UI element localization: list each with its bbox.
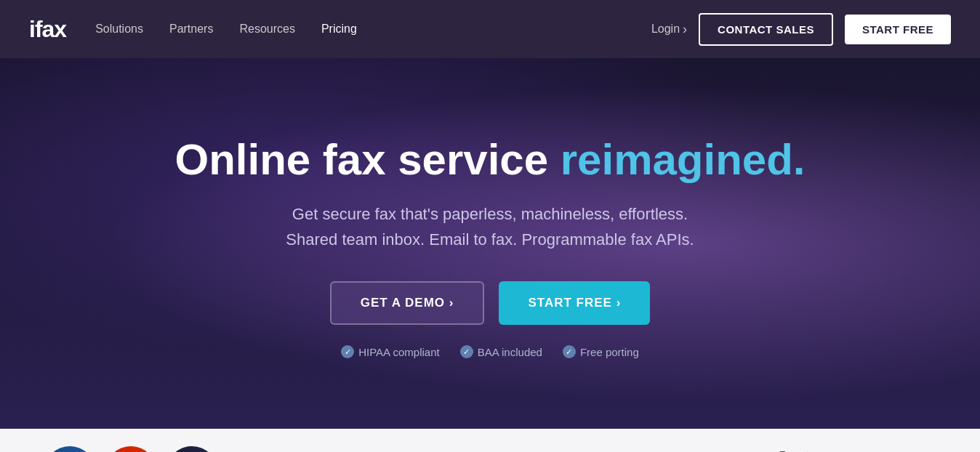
trustpilot-badge: Rated Excellent ★★★★★ ✦ Trustpilot (166, 446, 218, 452)
hero-subtitle-line2: Shared team inbox. Email to fax. Program… (286, 230, 694, 249)
hero-badges: ✓ HIPAA compliant ✓ BAA included ✓ Free … (174, 345, 805, 358)
hipaa-check-icon: ✓ (341, 345, 354, 358)
awards-section: Capterra ★★★★★ BEST FAXSOFTWARE2023 G2 B… (44, 446, 218, 452)
hero-content: Online fax service reimagined. Get secur… (174, 136, 805, 358)
hero-subtitle-line1: Get secure fax that's paperless, machine… (292, 205, 688, 223)
login-link[interactable]: Login (651, 22, 687, 37)
hipaa-label: HIPAA compliant (358, 346, 439, 358)
nav-left: ifax Solutions Partners Resources Pricin… (29, 16, 357, 43)
nav-partners[interactable]: Partners (169, 23, 213, 36)
apple-icon:  (779, 447, 801, 452)
rating-section:  ▶ A ⊞ ★★★★½ 4.85 avg. rating (779, 447, 936, 452)
start-free-hero-button[interactable]: START FREE › (499, 281, 650, 325)
hipaa-badge: ✓ HIPAA compliant (341, 345, 439, 358)
bottom-bar: Capterra ★★★★★ BEST FAXSOFTWARE2023 G2 B… (0, 429, 980, 452)
hero-title-highlight: reimagined. (561, 135, 806, 184)
hero-subtitle: Get secure fax that's paperless, machine… (174, 201, 805, 252)
hero-buttons: GET A DEMO › START FREE › (174, 281, 805, 325)
hero-section: Online fax service reimagined. Get secur… (0, 58, 980, 429)
porting-badge: ✓ Free porting (563, 345, 639, 358)
logo[interactable]: ifax (29, 16, 66, 43)
nav-pricing[interactable]: Pricing (321, 23, 357, 36)
navbar: ifax Solutions Partners Resources Pricin… (0, 0, 980, 58)
get-demo-button[interactable]: GET A DEMO › (330, 281, 485, 325)
porting-check-icon: ✓ (563, 345, 576, 358)
start-free-nav-button[interactable]: START FREE (845, 15, 951, 44)
baa-badge: ✓ BAA included (460, 345, 542, 358)
porting-label: Free porting (580, 346, 639, 358)
store-icons:  ▶ A ⊞ (779, 447, 829, 452)
baa-check-icon: ✓ (460, 345, 473, 358)
capterra-badge: Capterra ★★★★★ BEST FAXSOFTWARE2023 (44, 446, 96, 452)
nav-right: Login CONTACT SALES START FREE (651, 13, 951, 46)
contact-sales-button[interactable]: CONTACT SALES (699, 13, 833, 46)
nav-links: Solutions Partners Resources Pricing (95, 23, 357, 36)
g2-badge: G2 BEST FAX SOFTWAREOnline Fax2023 (105, 446, 157, 452)
hero-title-main: Online fax service (174, 135, 560, 184)
nav-solutions[interactable]: Solutions (95, 23, 143, 36)
nav-resources[interactable]: Resources (239, 23, 294, 36)
baa-label: BAA included (478, 346, 542, 358)
play-icon: ▶ (807, 447, 829, 452)
hero-title: Online fax service reimagined. (174, 136, 805, 184)
